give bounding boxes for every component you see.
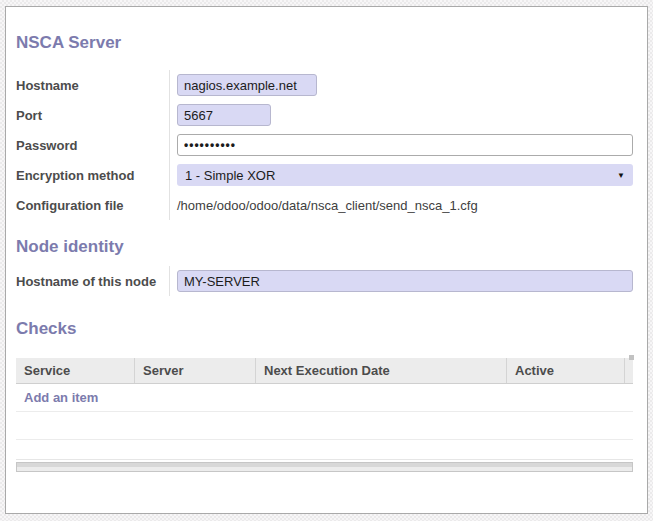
checks-table: Service Server Next Execution Date Activ…: [16, 358, 633, 472]
configuration-file-label: Configuration file: [16, 198, 169, 213]
hostname-input[interactable]: [177, 74, 317, 96]
password-row: Password: [16, 130, 633, 160]
chevron-down-icon: ▼: [617, 171, 625, 180]
empty-table-row: [16, 440, 633, 460]
node-hostname-row: Hostname of this node: [16, 266, 633, 296]
encryption-method-selected-value: 1 - Simple XOR: [185, 168, 275, 183]
hostname-row: Hostname: [16, 70, 633, 100]
node-hostname-label: Hostname of this node: [16, 274, 169, 289]
empty-table-row: [16, 412, 633, 440]
column-header-server[interactable]: Server: [135, 358, 256, 383]
port-row: Port: [16, 100, 633, 130]
checks-section-title: Checks: [16, 319, 633, 339]
node-identity-section-title: Node identity: [16, 237, 633, 257]
column-header-active[interactable]: Active: [507, 358, 625, 383]
port-label: Port: [16, 108, 169, 123]
page-background: { "colors": { "accent": "#7c7bad", "fiel…: [0, 0, 653, 521]
config-file-row: Configuration file /home/odoo/odoo/data/…: [16, 190, 633, 220]
encryption-row: Encryption method 1 - Simple XOR ▼: [16, 160, 633, 190]
password-input[interactable]: [177, 134, 633, 156]
hostname-label: Hostname: [16, 78, 169, 93]
table-corner-handle: [629, 355, 634, 360]
column-header-spacer: [625, 358, 633, 383]
configuration-file-value: /home/odoo/odoo/data/nsca_client/send_ns…: [177, 198, 478, 213]
encryption-method-select[interactable]: 1 - Simple XOR ▼: [177, 164, 633, 186]
port-input[interactable]: [177, 104, 271, 126]
form-panel: NSCA Server Hostname Port Password Encry…: [5, 6, 648, 514]
add-item-row: Add an item: [16, 384, 633, 412]
checks-table-header: Service Server Next Execution Date Activ…: [16, 358, 633, 384]
column-header-service[interactable]: Service: [16, 358, 135, 383]
node-hostname-input[interactable]: [177, 270, 633, 292]
add-an-item-link[interactable]: Add an item: [24, 390, 98, 405]
encryption-method-label: Encryption method: [16, 168, 169, 183]
column-header-next-execution-date[interactable]: Next Execution Date: [256, 358, 507, 383]
nsca-server-fields: Hostname Port Password Encryption method: [16, 70, 633, 220]
nsca-server-section-title: NSCA Server: [16, 33, 633, 53]
password-label: Password: [16, 138, 169, 153]
horizontal-scrollbar[interactable]: [16, 462, 633, 472]
